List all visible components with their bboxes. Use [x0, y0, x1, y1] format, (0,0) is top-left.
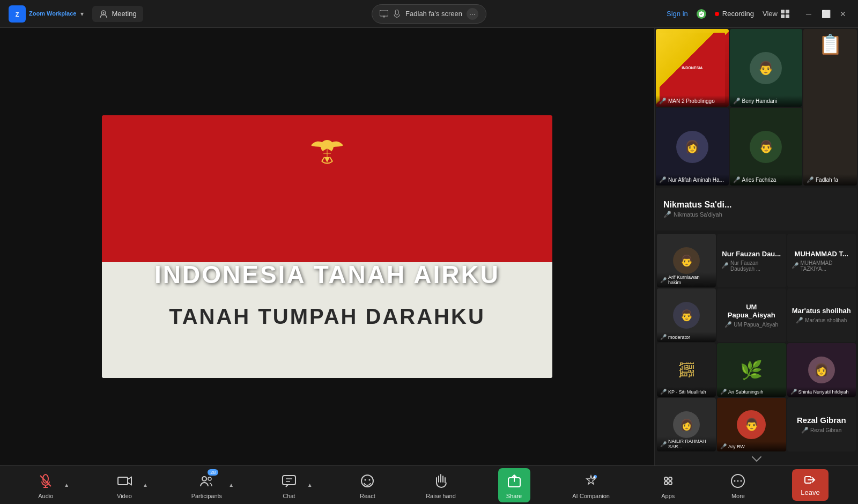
video-cell-siti[interactable]: ﷽ 🎤 KP - Siti Muallifah	[657, 343, 716, 397]
umpapua-card[interactable]: UM Papua_Aisyah 🎤 UM Papua_Aisyah	[717, 288, 786, 342]
apps-icon-wrap	[659, 471, 678, 491]
nur-fauzan-card[interactable]: Nur Fauzan Dau... 🎤 Nur Fauzan Daudsyah …	[717, 234, 786, 287]
apps-button[interactable]: Apps	[652, 469, 684, 501]
leave-label: Leave	[801, 488, 819, 496]
video-cell-nurafifah[interactable]: 👩 🎤 Nur Afifah Aminah Ha...	[656, 108, 729, 186]
audio-button[interactable]: Audio	[29, 469, 62, 501]
menu-chevron[interactable]: ▾	[80, 10, 84, 18]
top-bar: Z Zoom Workplace ▾ Meeting Fadlah fa's s…	[0, 0, 858, 28]
zoom-logo: Z Zoom Workplace	[9, 5, 76, 23]
svg-point-33	[734, 480, 736, 481]
nailir-name: NAILIR RAHMAH SAR...	[668, 439, 713, 449]
ai-companion-icon	[583, 473, 598, 488]
video-cell-ari[interactable]: 🌿 🎤 Ari Sabtuningsih	[717, 343, 786, 397]
nikmatus-card[interactable]: Nikmatus Sa'di... 🎤 Nikmatus Sa'diyah	[656, 188, 857, 231]
chat-arrow[interactable]: ▲	[306, 481, 314, 489]
nikmatus-name-big: Nikmatus Sa'di...	[663, 200, 731, 210]
share-button[interactable]: Share	[498, 468, 530, 502]
video-arrow[interactable]: ▲	[142, 481, 149, 489]
rec-dot	[715, 12, 719, 16]
nur-fauzan-name-big: Nur Fauzan Dau...	[722, 250, 781, 258]
window-controls: ─ ⬜ ✕	[802, 8, 849, 20]
man2-name-overlay: 🎤 MAN 2 Probolinggo	[656, 95, 729, 107]
meeting-label: Meeting	[112, 10, 136, 18]
participants-arrow[interactable]: ▲	[227, 481, 235, 489]
leave-button[interactable]: Leave	[792, 469, 828, 501]
umpapua-name-sub: UM Papua_Aisyah	[734, 322, 778, 328]
video-cell-moderator[interactable]: 👨 🎤 moderator	[657, 288, 716, 342]
screen-share-more[interactable]: ···	[467, 8, 478, 20]
video-cell-beny[interactable]: 👨 🎤 Beny Hamdani	[730, 29, 803, 107]
siti-name: KP - Siti Muallifah	[668, 389, 706, 395]
svg-point-28	[664, 477, 668, 480]
video-cell-nailir[interactable]: 👩 🎤 NAILIR RAHMAH SAR...	[657, 398, 716, 451]
react-button[interactable]: React	[351, 469, 383, 501]
scroll-down-button[interactable]	[657, 453, 856, 465]
more-button[interactable]: More	[722, 469, 754, 501]
ai-companion-button[interactable]: AI Companion	[568, 469, 614, 501]
participants-button[interactable]: 28 Participants	[187, 469, 226, 501]
svg-point-25	[369, 479, 371, 480]
minimize-button[interactable]: ─	[802, 8, 815, 20]
aries-name-overlay: 🎤 Aries Fachriza	[730, 174, 803, 186]
video-cell-man2[interactable]: INDONESIA 🎤 MAN 2 Probolinggo	[656, 29, 729, 107]
screen-share-pill[interactable]: Fadlah fa's screen ···	[372, 4, 486, 24]
restore-button[interactable]: ⬜	[819, 8, 832, 20]
video-cell-ary[interactable]: 👨 🎤 Ary RW	[717, 398, 786, 451]
screen-share-icon	[380, 10, 388, 18]
video-cell-arif[interactable]: 👨 🎤 Arif Kurniawan hakim	[657, 234, 716, 287]
video-button[interactable]: Video	[108, 469, 140, 501]
apps-label: Apps	[661, 493, 675, 499]
chat-button[interactable]: Chat	[273, 469, 305, 501]
slide-subtitle: TANAH TUMPAH DARAHKU	[102, 305, 552, 329]
muhammad-t-card[interactable]: MUHAMMAD T... 🎤 MUHAMMAD TAZKIYA...	[787, 234, 856, 287]
chat-label: Chat	[283, 493, 295, 499]
ary-avatar: 👨	[737, 410, 766, 439]
video-camera-icon	[117, 473, 132, 488]
participant-row-4: 👩 🎤 NAILIR RAHMAH SAR... 👨 🎤 Ary RW R	[657, 398, 856, 451]
raise-hand-label: Raise hand	[426, 493, 456, 499]
nurafifah-name: Nur Afifah Aminah Ha...	[668, 177, 724, 183]
maratus-name-sub: Mar'atus sholihah	[805, 317, 847, 323]
video-cell-aries[interactable]: 👨 🎤 Aries Fachriza	[730, 108, 803, 186]
nurafifah-name-overlay: 🎤 Nur Afifah Aminah Ha...	[656, 174, 729, 186]
participants-control-group: 28 Participants ▲	[187, 469, 235, 501]
ary-name-overlay: 🎤 Ary RW	[717, 441, 786, 451]
moderator-name: moderator	[668, 335, 690, 340]
video-icon-wrap	[115, 471, 134, 491]
more-label: More	[731, 493, 745, 499]
audio-arrow[interactable]: ▲	[63, 481, 70, 489]
fadlah-name-overlay: 🎤 Fadlah fa	[803, 174, 857, 186]
video-label: Video	[117, 493, 132, 499]
video-control-group: Video ▲	[108, 469, 149, 501]
video-cell-fadlah[interactable]: 📋 🎤 Fadlah fa	[803, 29, 857, 186]
audio-label: Audio	[38, 493, 53, 499]
svg-point-24	[365, 479, 366, 480]
maratus-card[interactable]: Mar'atus sholihah 🎤 Mar'atus sholihah	[787, 288, 856, 342]
view-grid-icon	[781, 10, 789, 18]
top-right-controls: Sign in Recording View ─ ⬜ ✕	[667, 8, 849, 20]
view-button[interactable]: View	[763, 10, 789, 18]
chat-icon-wrap	[279, 471, 299, 491]
raise-hand-icon	[434, 473, 448, 488]
raise-hand-button[interactable]: Raise hand	[421, 469, 460, 501]
slide-text: INDONESIA TANAH AIRKU	[102, 260, 552, 289]
meeting-button[interactable]: Meeting	[92, 6, 143, 22]
close-button[interactable]: ✕	[837, 8, 849, 20]
fadlah-video: 📋	[803, 29, 857, 186]
zoom-logo-icon: Z	[9, 5, 26, 23]
rezal-card[interactable]: Rezal Gibran 🎤 Rezal Gibran	[787, 398, 856, 451]
meeting-icon	[99, 9, 108, 19]
rezal-name-sub: Rezal Gibran	[810, 427, 841, 433]
video-cell-shinta[interactable]: 👩 🎤 Shinta Nuriyatil hifdiyah	[787, 343, 856, 397]
security-shield-icon	[697, 9, 706, 19]
main-content: INDONESIA TANAH AIRKU TANAH TUMPAH DARAH…	[0, 28, 858, 465]
leave-icon	[804, 473, 817, 486]
arif-name-overlay: 🎤 Arif Kurniawan hakim	[657, 272, 716, 287]
rezal-label: 🎤 Rezal Gibran	[801, 427, 841, 434]
rezal-name-big: Rezal Gibran	[797, 416, 846, 425]
security-button[interactable]	[697, 9, 706, 19]
chat-control-group: Chat ▲	[273, 469, 314, 501]
sign-in-button[interactable]: Sign in	[667, 10, 688, 18]
man2-name: MAN 2 Probolinggo	[668, 98, 715, 104]
